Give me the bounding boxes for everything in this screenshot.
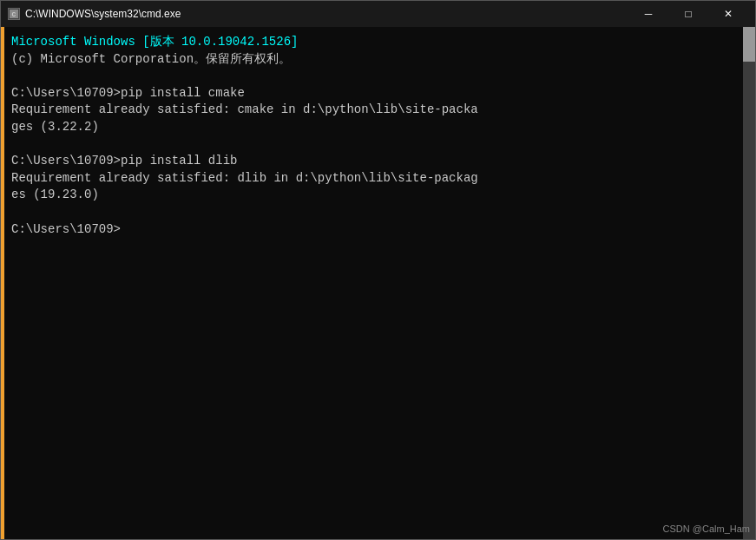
minimize-button[interactable]: ─ [628,1,668,27]
line-4: C:\Users\10709>pip install cmake [11,85,740,102]
titlebar: C C:\WINDOWS\system32\cmd.exe ─ □ ✕ [1,1,755,27]
scrollbar[interactable] [743,27,755,539]
line-8: C:\Users\10709>pip install dlib [11,153,740,170]
cmd-window: C C:\WINDOWS\system32\cmd.exe ─ □ ✕ Micr… [0,0,756,540]
cmd-2: pip install dlib [121,154,237,168]
titlebar-left: C C:\WINDOWS\system32\cmd.exe [8,8,181,20]
terminal-body: Microsoft Windows [版本 10.0.19042.1526] (… [1,27,755,539]
line-12: C:\Users\10709> [11,221,740,239]
line-6: ges (3.22.2) [11,119,740,136]
terminal-content[interactable]: Microsoft Windows [版本 10.0.19042.1526] (… [4,27,743,539]
prompt-2: C:\Users\10709> [11,154,121,168]
line-10: es (19.23.0) [11,187,740,204]
prompt-3: C:\Users\10709> [11,222,121,236]
restore-button[interactable]: □ [668,1,708,27]
prompt-1: C:\Users\10709> [11,86,121,100]
cmd-1: pip install cmake [121,86,245,100]
line-9: Requirement already satisfied: dlib in d… [11,170,740,188]
line-5: Requirement already satisfied: cmake in … [11,102,740,119]
line-1: Microsoft Windows [版本 10.0.19042.1526] [11,34,740,51]
line-11 [11,204,740,221]
window-controls: ─ □ ✕ [628,1,748,27]
line-7 [11,136,740,154]
window-title: C:\WINDOWS\system32\cmd.exe [25,8,181,20]
app-icon: C [8,8,20,20]
close-button[interactable]: ✕ [708,1,748,27]
app-icon-inner: C [10,10,18,18]
line-2: (c) Microsoft Corporation。保留所有权利。 [11,51,740,69]
line-3 [11,68,740,85]
scrollbar-thumb[interactable] [743,27,755,62]
watermark: CSDN @Calm_Ham [663,524,750,534]
